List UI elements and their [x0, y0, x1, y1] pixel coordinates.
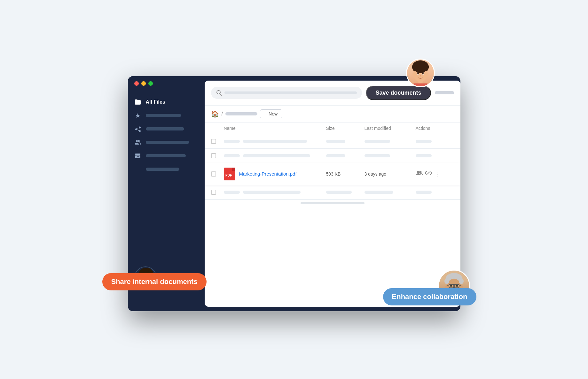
- file-name: Marketing-Presentation.pdf: [239, 171, 297, 177]
- svg-point-2: [412, 72, 415, 76]
- table-row: [205, 134, 460, 149]
- share-users-icon[interactable]: [416, 170, 423, 178]
- row-date-placeholder: [365, 154, 390, 157]
- row-size-placeholder: [326, 191, 352, 194]
- svg-point-17: [459, 278, 464, 284]
- avatar-young-woman-face: [407, 59, 434, 86]
- save-documents-button[interactable]: Save documents: [366, 86, 431, 100]
- row-name-placeholder: [243, 154, 310, 157]
- svg-text:PDF: PDF: [225, 174, 232, 177]
- sidebar-label-bar: [146, 154, 186, 157]
- sidebar-label-bar: [146, 141, 189, 144]
- table-row: [205, 185, 460, 200]
- share-internal-documents-label: Share internal documents: [102, 273, 207, 290]
- row-icon-placeholder: [224, 140, 240, 143]
- scrollbar-track[interactable]: [301, 202, 365, 204]
- maximize-button[interactable]: [148, 81, 153, 86]
- home-icon[interactable]: 🏠: [211, 110, 219, 118]
- row-icon-placeholder: [224, 191, 240, 194]
- users-icon: [134, 139, 141, 146]
- star-icon: ★: [134, 112, 141, 119]
- file-row-marketing-pdf[interactable]: PDF Marketing-Presentation.pdf 503 KB 3 …: [205, 163, 460, 185]
- sidebar-item-all-files[interactable]: All Files: [128, 95, 205, 109]
- scene: All Files ★: [102, 59, 486, 321]
- svg-point-9: [414, 62, 427, 73]
- breadcrumb-separator: /: [222, 111, 223, 117]
- file-list-header: Name Size Last modified Actions: [205, 122, 460, 134]
- col-name: Name: [224, 126, 326, 131]
- file-size: 503 KB: [326, 171, 365, 177]
- svg-point-21: [456, 285, 458, 287]
- toolbar-slider[interactable]: [435, 91, 454, 94]
- row-checkbox[interactable]: [211, 139, 216, 144]
- enhance-collaboration-label: Enhance collaboration: [383, 288, 476, 305]
- search-input-placeholder: [224, 91, 357, 94]
- svg-point-20: [450, 285, 452, 287]
- extra-icon: [134, 166, 141, 173]
- sidebar-label-bar: [146, 168, 179, 171]
- row-action-placeholder: [416, 140, 432, 143]
- scrollbar-area: [205, 200, 460, 207]
- table-row: [205, 149, 460, 163]
- folder-icon: [134, 99, 141, 106]
- traffic-lights: [134, 81, 153, 86]
- svg-point-58: [417, 171, 419, 173]
- row-checkbox[interactable]: [211, 153, 216, 158]
- file-date: 3 days ago: [365, 171, 416, 177]
- file-list: Name Size Last modified Actions: [205, 122, 460, 307]
- file-actions: ⋮: [416, 170, 454, 178]
- close-button[interactable]: [134, 81, 139, 86]
- sidebar-item-shared[interactable]: [128, 122, 205, 136]
- svg-point-41: [144, 268, 149, 273]
- col-size: Size: [326, 126, 365, 131]
- main-content: Save documents 🏠 / + New Name Size: [205, 81, 460, 307]
- breadcrumb-bar: 🏠 / + New: [205, 106, 460, 122]
- svg-point-59: [419, 171, 421, 173]
- sidebar-item-archive[interactable]: [128, 149, 205, 162]
- link-icon[interactable]: [425, 170, 432, 178]
- row-size-placeholder: [326, 154, 345, 157]
- row-action-placeholder: [416, 191, 432, 194]
- more-options-icon[interactable]: ⋮: [434, 170, 440, 178]
- row-name-placeholder: [243, 191, 301, 194]
- new-button[interactable]: + New: [260, 109, 282, 118]
- pdf-icon: PDF: [224, 168, 235, 180]
- svg-line-54: [220, 94, 222, 95]
- sidebar-item-starred[interactable]: ★: [128, 109, 205, 122]
- row-size-placeholder: [326, 140, 345, 143]
- new-button-label: + New: [265, 111, 278, 116]
- sidebar-item-extra[interactable]: [128, 162, 205, 176]
- avatar-top-right: [406, 59, 435, 87]
- svg-point-8: [420, 75, 421, 76]
- svg-marker-56: [232, 168, 235, 171]
- row-checkbox[interactable]: [211, 190, 216, 195]
- svg-line-60: [427, 172, 429, 174]
- col-last-modified: Last modified: [365, 126, 416, 131]
- sidebar-label-bar: [146, 127, 184, 130]
- sidebar-item-shared-alt[interactable]: [128, 136, 205, 149]
- search-bar[interactable]: [211, 87, 362, 99]
- search-icon: [216, 90, 222, 96]
- all-files-label: All Files: [146, 99, 165, 105]
- row-checkbox[interactable]: [211, 171, 216, 177]
- svg-point-30: [136, 140, 138, 142]
- svg-point-3: [425, 72, 428, 76]
- archive-icon: [134, 152, 141, 159]
- row-date-placeholder: [365, 191, 393, 194]
- breadcrumb-item: [225, 112, 257, 115]
- share-icon: [134, 125, 141, 132]
- row-action-placeholder: [416, 154, 432, 157]
- col-actions: Actions: [416, 126, 454, 131]
- svg-rect-32: [135, 154, 140, 155]
- minimize-button[interactable]: [141, 81, 146, 86]
- svg-point-16: [444, 278, 449, 284]
- svg-point-31: [138, 140, 140, 142]
- row-name-placeholder: [243, 140, 307, 143]
- row-icon-placeholder: [224, 154, 240, 157]
- sidebar-label-bar: [146, 114, 181, 117]
- row-date-placeholder: [365, 140, 390, 143]
